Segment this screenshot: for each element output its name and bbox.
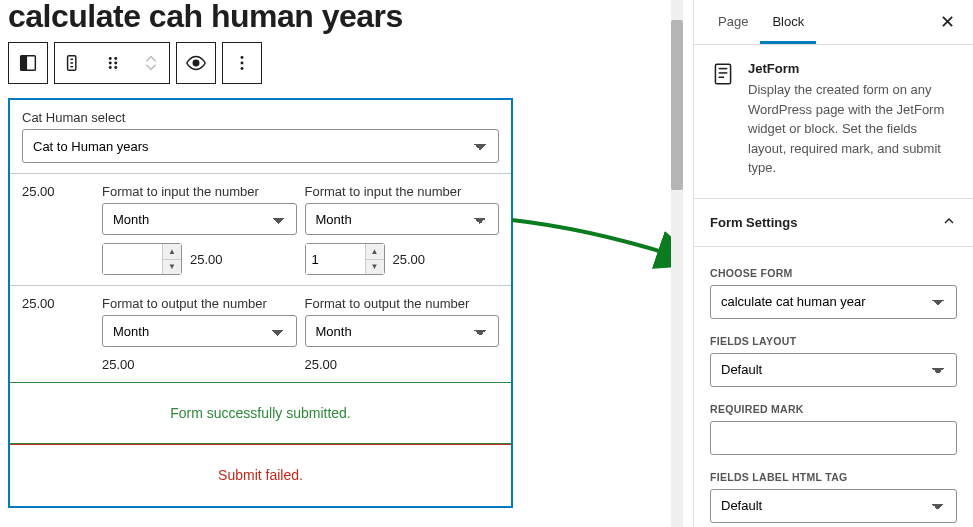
block-toolbar (8, 42, 663, 84)
page-title: calculate cah human years (8, 0, 663, 32)
number-field-1[interactable] (103, 244, 162, 274)
required-mark-input[interactable] (710, 421, 957, 455)
preview-icon[interactable] (177, 43, 215, 83)
output-format-label-1: Format to output the number (102, 296, 297, 311)
panel-form-settings[interactable]: Form Settings (694, 199, 973, 247)
fields-layout-label: FIELDS LAYOUT (710, 335, 957, 347)
step-down-icon[interactable]: ▼ (163, 259, 181, 274)
svg-point-15 (241, 67, 244, 70)
cat-human-select[interactable]: Cat to Human years (22, 129, 499, 163)
number-input-1[interactable]: ▲▼ (102, 243, 182, 275)
drag-handle-icon[interactable] (93, 43, 131, 83)
choose-form-select[interactable]: calculate cat human year (710, 285, 957, 319)
error-message: Submit failed. (10, 444, 511, 506)
number-side-2: 25.00 (393, 252, 426, 267)
svg-point-8 (108, 62, 111, 65)
left-value-1: 25.00 (22, 184, 102, 275)
svg-point-7 (114, 57, 117, 60)
output-format-select-2[interactable]: Month (305, 315, 500, 347)
output-result-1: 25.00 (102, 357, 297, 372)
input-format-select-2[interactable]: Month (305, 203, 500, 235)
step-up-icon[interactable]: ▲ (163, 244, 181, 259)
tab-page[interactable]: Page (706, 0, 760, 44)
tab-block[interactable]: Block (760, 0, 816, 44)
block-inspector: Page Block ✕ JetForm Display the created… (693, 0, 973, 527)
success-message: Form successfully submitted. (10, 382, 511, 444)
svg-point-14 (241, 62, 244, 65)
output-format-select-1[interactable]: Month (102, 315, 297, 347)
fields-label-tag-select[interactable]: Default (710, 489, 957, 523)
left-value-2: 25.00 (22, 296, 102, 372)
input-format-label-2: Format to input the number (305, 184, 500, 199)
number-field-2[interactable] (306, 244, 365, 274)
required-mark-label: REQUIRED MARK (710, 403, 957, 415)
editor-scrollbar[interactable] (671, 0, 683, 527)
output-format-label-2: Format to output the number (305, 296, 500, 311)
choose-form-label: CHOOSE FORM (710, 267, 957, 279)
fields-layout-select[interactable]: Default (710, 353, 957, 387)
jetform-icon (710, 61, 736, 87)
block-title: JetForm (748, 61, 957, 76)
panel-title: Form Settings (710, 215, 797, 230)
more-icon[interactable] (223, 43, 261, 83)
svg-rect-17 (715, 64, 730, 84)
select-label: Cat Human select (22, 110, 499, 125)
jetform-block[interactable]: Cat Human select Cat to Human years 25.0… (8, 98, 513, 508)
svg-point-9 (114, 62, 117, 65)
block-description: Display the created form on any WordPres… (748, 80, 957, 178)
svg-point-11 (114, 66, 117, 69)
svg-point-13 (241, 56, 244, 59)
layout-icon[interactable] (9, 43, 47, 83)
input-format-label-1: Format to input the number (102, 184, 297, 199)
chevron-up-icon (941, 213, 957, 232)
step-up-icon[interactable]: ▲ (366, 244, 384, 259)
number-side-1: 25.00 (190, 252, 223, 267)
svg-point-6 (108, 57, 111, 60)
align-icon[interactable] (55, 43, 93, 83)
input-format-select-1[interactable]: Month (102, 203, 297, 235)
fields-label-tag-label: FIELDS LABEL HTML TAG (710, 471, 957, 483)
move-icon[interactable] (131, 43, 169, 83)
svg-point-12 (193, 60, 199, 66)
svg-point-10 (108, 66, 111, 69)
number-input-2[interactable]: ▲▼ (305, 243, 385, 275)
output-result-2: 25.00 (305, 357, 500, 372)
close-icon[interactable]: ✕ (933, 8, 961, 36)
step-down-icon[interactable]: ▼ (366, 259, 384, 274)
svg-rect-1 (21, 56, 27, 71)
